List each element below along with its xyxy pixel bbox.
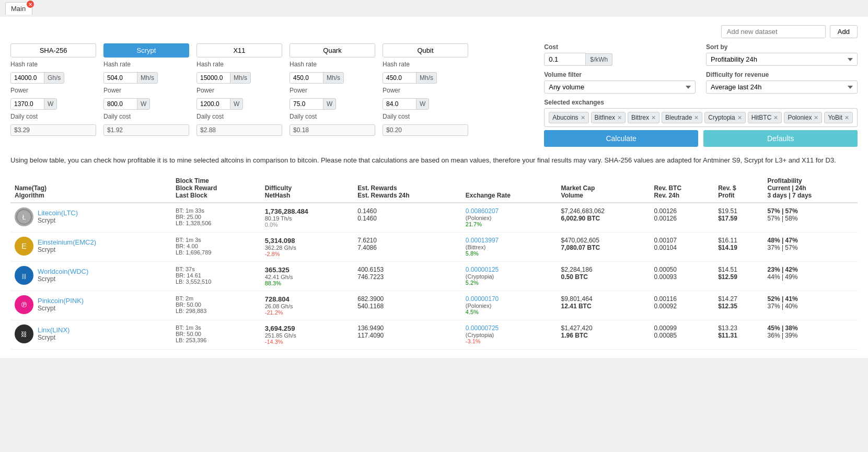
hashrate-field-quark: Mh/s	[290, 72, 375, 84]
td-name-0: Ł Litecoin(LTC) Scrypt	[10, 203, 171, 233]
td-diff-0: 1,736,288.484 80.19 Th/s 0.0%	[261, 203, 354, 233]
revbtc1-3: 0.00116	[654, 295, 710, 303]
exchange-hitbtc-remove[interactable]: ✕	[773, 114, 778, 121]
block-lb-0: LB: 1,328,506	[176, 220, 257, 226]
td-diff-1: 5,314.098 362.28 Gh/s -2.8%	[261, 232, 354, 261]
market-cap-2: $2,284,186	[561, 266, 646, 273]
power-input-qubit[interactable]	[383, 98, 418, 110]
profit-4: $11.31	[718, 332, 759, 339]
hashrate-field-x11: Mh/s	[196, 72, 282, 84]
sort-select[interactable]: Profitability 24h Profitability Current …	[706, 53, 858, 66]
difficulty-select[interactable]: Average last 24h Current Average last 7d	[706, 80, 858, 94]
coin-name-0[interactable]: Litecoin(LTC)	[38, 209, 78, 217]
hashrate-input-scrypt[interactable]	[103, 72, 139, 84]
hashrate-input-quark[interactable]	[290, 72, 325, 84]
algo-btn-x11[interactable]: X11	[196, 43, 282, 57]
difficulty-label: Difficulty for revenue	[706, 71, 858, 78]
power-unit-quark: W	[323, 98, 336, 110]
volume-col: Volume filter Any volume Low Medium High	[544, 71, 696, 94]
est1-0: 0.1460	[357, 207, 457, 215]
rate-link-2[interactable]: 0.00000125	[466, 266, 499, 273]
defaults-button[interactable]: Defaults	[703, 130, 858, 147]
volume-select[interactable]: Any volume Low Medium High	[544, 80, 696, 94]
cost-input[interactable]	[544, 53, 586, 66]
market-cap-3: $9,801,464	[561, 295, 646, 303]
td-name-3: ℗ Pinkcoin(PINK) Scrypt	[10, 291, 171, 320]
mining-table: Name(Tag) Algorithm Block Time Block Rew…	[10, 174, 858, 350]
th-profitability: Profitability Current | 24h 3 days | 7 d…	[763, 174, 858, 203]
top-bar: Main ✕	[0, 0, 868, 17]
th-block: Block Time Block Reward Last Block	[171, 174, 261, 203]
exchange-poloniex-remove[interactable]: ✕	[814, 114, 818, 121]
th-est-rewards: Est. Rewards Est. Rewards 24h	[353, 174, 461, 203]
coin-name-1[interactable]: Einsteinium(EMC2)	[38, 238, 96, 246]
exchange-bitfinex-remove[interactable]: ✕	[617, 114, 622, 121]
rate-link-0[interactable]: 0.00860207	[466, 207, 499, 215]
svg-text:E: E	[21, 242, 26, 250]
hashrate-label-sha256: Hash rate	[10, 61, 96, 68]
algo-col-scrypt: Scrypt Hash rate Mh/s Power W Daily cost	[103, 43, 189, 136]
add-dataset-input[interactable]	[721, 25, 826, 38]
exchange-bittrex-remove[interactable]: ✕	[651, 114, 656, 121]
exchange-abucoins-remove[interactable]: ✕	[581, 114, 585, 121]
profit-2: $12.59	[718, 273, 759, 281]
algo-btn-sha256[interactable]: SHA-256	[10, 43, 96, 57]
th-days-label: 3 days | 7 days	[768, 192, 853, 199]
exchange-cryptopia-remove[interactable]: ✕	[737, 114, 742, 121]
algo-btn-scrypt[interactable]: Scrypt	[103, 43, 189, 57]
hashrate-input-sha256[interactable]	[10, 72, 46, 84]
coin-name-3[interactable]: Pinkcoin(PINK)	[38, 297, 84, 305]
hashrate-input-x11[interactable]	[196, 72, 232, 84]
coin-avatar-4: ⛓	[15, 324, 33, 343]
algo-btn-quark[interactable]: Quark	[290, 43, 375, 57]
td-diff-4: 3,694.259 251.85 Gh/s -14.3%	[261, 320, 354, 349]
td-est-0: 0.1460 0.1460	[353, 203, 461, 233]
block-br-3: BR: 50.00	[176, 302, 257, 308]
rate-link-1[interactable]: 0.00013997	[466, 237, 499, 244]
tab-close-icon[interactable]: ✕	[27, 1, 34, 8]
td-profit-1: 48% | 47% 37% | 57%	[763, 232, 858, 261]
block-bt-2: BT: 37s	[176, 266, 257, 272]
th-difficulty-label: Difficulty	[265, 184, 350, 192]
td-market-2: $2,284,186 0.50 BTC	[557, 261, 650, 291]
hashrate-unit-scrypt: Mh/s	[137, 72, 158, 84]
td-revbtc-4: 0.00099 0.00085	[650, 320, 714, 349]
coin-name-4[interactable]: Linx(LINX)	[38, 326, 70, 334]
coin-avatar-3: ℗	[15, 295, 33, 314]
exchange-abucoins-label: Abucoins	[552, 114, 578, 121]
power-input-scrypt[interactable]	[103, 98, 139, 110]
rate-link-4[interactable]: 0.00000725	[466, 324, 499, 332]
hashrate-field-scrypt: Mh/s	[103, 72, 189, 84]
algo-btn-qubit[interactable]: Qubit	[383, 43, 468, 57]
p1-2: 23% | 42%	[768, 266, 853, 273]
coin-name-2[interactable]: Worldcoin(WDC)	[38, 268, 88, 275]
exchange-bleutrade-remove[interactable]: ✕	[694, 114, 699, 121]
power-field-x11: W	[196, 98, 282, 110]
revbtc2-0: 0.00126	[654, 215, 710, 222]
power-input-sha256[interactable]	[10, 98, 46, 110]
exchange-cryptopia: Cryptopia ✕	[704, 112, 745, 123]
th-revdollar-label: Rev. $	[718, 184, 759, 192]
market-vol-4: 1.96 BTC	[561, 332, 646, 339]
power-field-quark: W	[290, 98, 375, 110]
td-est-1: 7.6210 7.4086	[353, 232, 461, 261]
power-field-sha256: W	[10, 98, 96, 110]
power-input-x11[interactable]	[196, 98, 232, 110]
exchange-yobit-remove[interactable]: ✕	[844, 114, 849, 121]
p2-2: 44% | 49%	[768, 273, 853, 281]
revbtc2-3: 0.00092	[654, 303, 710, 310]
rate-link-3[interactable]: 0.00000170	[466, 295, 499, 303]
power-field-qubit: W	[383, 98, 468, 110]
power-input-quark[interactable]	[290, 98, 325, 110]
main-tab[interactable]: Main ✕	[5, 2, 32, 15]
calculate-button[interactable]: Calculate	[544, 130, 698, 147]
market-cap-4: $1,427,420	[561, 324, 646, 332]
hashrate-input-qubit[interactable]	[383, 72, 418, 84]
rate-change-4: -3.1%	[466, 338, 553, 344]
diff-nethash-4: 251.85 Gh/s	[265, 332, 350, 339]
power-unit-sha256: W	[44, 98, 57, 110]
est2-2: 746.7223	[357, 273, 457, 281]
add-dataset-button[interactable]: Add	[830, 25, 858, 38]
diff-nethash-3: 26.08 Gh/s	[265, 303, 350, 309]
daily-cost-label-x11: Daily cost	[196, 113, 282, 120]
